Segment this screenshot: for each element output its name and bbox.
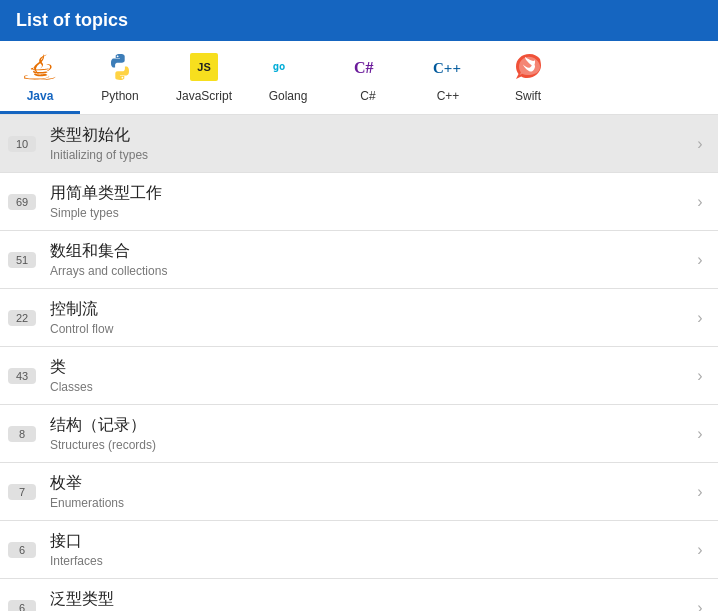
chevron-right-icon: › <box>682 251 718 269</box>
badge-count: 22 <box>8 310 36 326</box>
topic-title-chinese: 数组和集合 <box>50 241 682 262</box>
topic-content: 控制流 Control flow <box>44 299 682 336</box>
tab-cpp[interactable]: C++ C++ <box>408 41 488 114</box>
topic-content: 枚举 Enumerations <box>44 473 682 510</box>
topic-badge: 43 <box>0 368 44 384</box>
svg-text:C++: C++ <box>433 60 461 76</box>
topic-list: 10 类型初始化 Initializing of types › 69 用简单类… <box>0 115 718 611</box>
topic-content: 类型初始化 Initializing of types <box>44 125 682 162</box>
topic-badge: 6 <box>0 600 44 612</box>
header: List of topics <box>0 0 718 41</box>
swift-icon <box>510 49 546 85</box>
chevron-right-icon: › <box>682 541 718 559</box>
topic-item[interactable]: 8 结构（记录） Structures (records) › <box>0 405 718 463</box>
topic-content: 用简单类型工作 Simple types <box>44 183 682 220</box>
topic-title-english: Control flow <box>50 322 682 336</box>
badge-count: 8 <box>8 426 36 442</box>
topic-title-english: Enumerations <box>50 496 682 510</box>
javascript-label: JavaScript <box>176 89 232 103</box>
badge-count: 51 <box>8 252 36 268</box>
topic-badge: 6 <box>0 542 44 558</box>
badge-count: 6 <box>8 542 36 558</box>
python-label: Python <box>101 89 138 103</box>
tab-python[interactable]: Python <box>80 41 160 114</box>
topic-content: 接口 Interfaces <box>44 531 682 568</box>
topic-content: 泛型类型 Generic types <box>44 589 682 611</box>
csharp-label: C# <box>360 89 375 103</box>
tab-javascript[interactable]: JS JavaScript <box>160 41 248 114</box>
golang-icon: go <box>270 49 306 85</box>
chevron-right-icon: › <box>682 367 718 385</box>
topic-item[interactable]: 7 枚举 Enumerations › <box>0 463 718 521</box>
topic-item[interactable]: 22 控制流 Control flow › <box>0 289 718 347</box>
svg-text:C#: C# <box>354 59 374 76</box>
topic-badge: 8 <box>0 426 44 442</box>
topic-title-english: Arrays and collections <box>50 264 682 278</box>
chevron-right-icon: › <box>682 193 718 211</box>
csharp-icon: C# <box>350 49 386 85</box>
tab-java[interactable]: Java <box>0 41 80 114</box>
chevron-right-icon: › <box>682 309 718 327</box>
topic-title-chinese: 接口 <box>50 531 682 552</box>
chevron-right-icon: › <box>682 425 718 443</box>
badge-count: 10 <box>8 136 36 152</box>
topic-title-chinese: 控制流 <box>50 299 682 320</box>
topic-item[interactable]: 69 用简单类型工作 Simple types › <box>0 173 718 231</box>
cpp-label: C++ <box>437 89 460 103</box>
swift-label: Swift <box>515 89 541 103</box>
topic-badge: 69 <box>0 194 44 210</box>
badge-count: 7 <box>8 484 36 500</box>
topic-title-chinese: 类 <box>50 357 682 378</box>
topic-title-chinese: 用简单类型工作 <box>50 183 682 204</box>
python-icon <box>102 49 138 85</box>
topic-title-english: Classes <box>50 380 682 394</box>
topic-title-english: Structures (records) <box>50 438 682 452</box>
tab-csharp[interactable]: C# C# <box>328 41 408 114</box>
topic-badge: 22 <box>0 310 44 326</box>
topic-content: 结构（记录） Structures (records) <box>44 415 682 452</box>
topic-title-chinese: 结构（记录） <box>50 415 682 436</box>
cpp-icon: C++ <box>430 49 466 85</box>
chevron-right-icon: › <box>682 483 718 501</box>
badge-count: 69 <box>8 194 36 210</box>
svg-text:go: go <box>273 60 286 72</box>
topic-title-english: Simple types <box>50 206 682 220</box>
topic-badge: 10 <box>0 136 44 152</box>
page-title: List of topics <box>16 10 128 30</box>
topic-badge: 7 <box>0 484 44 500</box>
java-icon <box>22 49 58 85</box>
topic-title-chinese: 枚举 <box>50 473 682 494</box>
topic-item[interactable]: 6 泛型类型 Generic types › <box>0 579 718 611</box>
topic-item[interactable]: 43 类 Classes › <box>0 347 718 405</box>
topic-item[interactable]: 6 接口 Interfaces › <box>0 521 718 579</box>
badge-count: 6 <box>8 600 36 612</box>
topic-badge: 51 <box>0 252 44 268</box>
topic-title-chinese: 类型初始化 <box>50 125 682 146</box>
topic-content: 数组和集合 Arrays and collections <box>44 241 682 278</box>
topic-title-english: Interfaces <box>50 554 682 568</box>
topic-content: 类 Classes <box>44 357 682 394</box>
chevron-right-icon: › <box>682 599 718 612</box>
badge-count: 43 <box>8 368 36 384</box>
topic-title-english: Initializing of types <box>50 148 682 162</box>
language-tabs: Java Python JS JavaScript go Golang C# <box>0 41 718 115</box>
golang-label: Golang <box>269 89 308 103</box>
chevron-right-icon: › <box>682 135 718 153</box>
topic-item[interactable]: 51 数组和集合 Arrays and collections › <box>0 231 718 289</box>
tab-swift[interactable]: Swift <box>488 41 568 114</box>
java-label: Java <box>27 89 54 103</box>
javascript-icon: JS <box>186 49 222 85</box>
topic-title-chinese: 泛型类型 <box>50 589 682 610</box>
topic-item[interactable]: 10 类型初始化 Initializing of types › <box>0 115 718 173</box>
tab-golang[interactable]: go Golang <box>248 41 328 114</box>
